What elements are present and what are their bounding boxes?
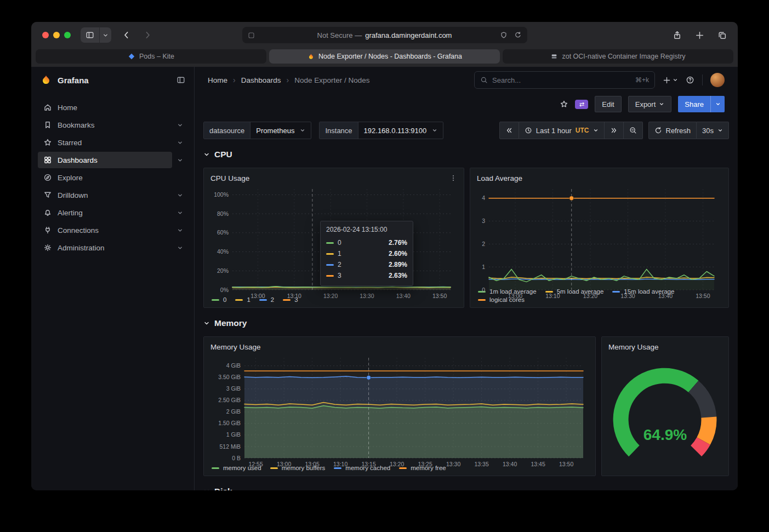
- header-right: ⌘+k: [474, 71, 725, 89]
- svg-text:13:30: 13:30: [446, 461, 460, 467]
- breadcrumb-item[interactable]: Node Exporter / Nodes: [294, 76, 369, 84]
- tab-overview-icon[interactable]: [717, 31, 727, 40]
- time-range-picker[interactable]: Last 1 hour UTC: [519, 122, 605, 139]
- svg-text:13:35: 13:35: [474, 461, 488, 467]
- svg-text:64.9%: 64.9%: [643, 426, 687, 443]
- close-window-button[interactable]: [42, 32, 49, 38]
- section-disk[interactable]: Disk: [203, 484, 729, 490]
- chevron-down-icon[interactable]: [172, 122, 187, 128]
- svg-text:13:30: 13:30: [360, 293, 374, 299]
- svg-text:13:40: 13:40: [503, 461, 517, 467]
- svg-text:2: 2: [482, 241, 485, 247]
- grafana-main: Home›Dashboards›Node Exporter / Nodes ⌘+…: [195, 67, 738, 490]
- new-menu-button[interactable]: [663, 76, 678, 84]
- chevron-down-icon[interactable]: [172, 157, 187, 163]
- memory-row: Memory Usage 0 B512 MiB1 GiB1.50 GiB2 Gi…: [203, 336, 729, 476]
- new-tab-icon[interactable]: [695, 31, 704, 40]
- dashboard-insights-icon[interactable]: ⇄: [575, 100, 588, 109]
- svg-text:100%: 100%: [214, 191, 229, 198]
- star-dashboard-icon[interactable]: [560, 100, 568, 108]
- search-box[interactable]: ⌘+k: [474, 71, 655, 89]
- sidebar-item-connections[interactable]: Connections: [38, 222, 172, 238]
- tab-favicon: [550, 53, 558, 60]
- history-navigation: [122, 31, 152, 39]
- svg-text:20%: 20%: [217, 267, 229, 274]
- sidebar-item-drilldown[interactable]: Drilldown: [38, 187, 172, 203]
- svg-text:13:30: 13:30: [620, 293, 635, 299]
- reload-icon[interactable]: [514, 31, 522, 39]
- browser-tab[interactable]: zot OCI-native Container Image Registry: [503, 49, 733, 64]
- zoom-out-time-button[interactable]: [624, 122, 643, 139]
- section-cpu[interactable]: CPU: [203, 147, 729, 162]
- grafana-logo-icon[interactable]: [40, 74, 52, 86]
- chevron-down-icon[interactable]: [172, 227, 187, 233]
- svg-text:13:20: 13:20: [390, 461, 404, 467]
- star-icon: [43, 138, 52, 147]
- search-input[interactable]: [492, 76, 631, 84]
- page-settings-icon[interactable]: [248, 32, 255, 39]
- browser-tab[interactable]: Pods – Kite: [36, 49, 266, 64]
- home-icon: [43, 103, 52, 112]
- chevron-down-icon[interactable]: [99, 27, 111, 43]
- nav-header: Grafana: [31, 67, 194, 93]
- svg-text:3 GiB: 3 GiB: [226, 385, 241, 392]
- load-average-chart[interactable]: 0123413:0013:1013:2013:3013:4013:50: [477, 185, 722, 286]
- section-memory[interactable]: Memory: [203, 316, 729, 331]
- share-options-button[interactable]: [710, 96, 725, 112]
- share-icon[interactable]: [673, 31, 682, 40]
- chevron-down-icon[interactable]: [172, 210, 187, 216]
- memory-usage-gauge[interactable]: 64.9%: [608, 353, 722, 471]
- search-shortcut: ⌘+k: [635, 76, 649, 84]
- nav-list: HomeBookmarksStarredDashboardsExploreDri…: [31, 93, 194, 262]
- panel-title: Memory Usage: [608, 343, 659, 351]
- refresh-interval-select[interactable]: 30s: [697, 122, 729, 139]
- sidebar-item-bookmarks[interactable]: Bookmarks: [38, 117, 172, 133]
- svg-text:13:20: 13:20: [323, 293, 338, 299]
- sidebar-item-home[interactable]: Home: [38, 99, 187, 116]
- export-button[interactable]: Export: [628, 96, 672, 112]
- help-icon[interactable]: [686, 76, 694, 84]
- breadcrumb-item[interactable]: Dashboards: [241, 76, 281, 84]
- zoom-window-button[interactable]: [64, 32, 71, 38]
- share-button[interactable]: Share: [678, 96, 710, 112]
- sidebar-item-label: Explore: [58, 174, 83, 182]
- sidebar-item-alerting[interactable]: Alerting: [38, 204, 172, 221]
- tab-favicon: [128, 53, 135, 60]
- svg-text:2 GiB: 2 GiB: [226, 408, 241, 415]
- chevron-down-icon[interactable]: [172, 140, 187, 146]
- memory-usage-chart[interactable]: 0 B512 MiB1 GiB1.50 GiB2 GiB2.50 GiB3 Gi…: [210, 353, 589, 462]
- panel-menu-icon[interactable]: [449, 174, 457, 182]
- panel-header: Load Average: [477, 171, 722, 185]
- sidebar-item-dashboards[interactable]: Dashboards: [38, 152, 172, 168]
- sidebar-toggle[interactable]: [81, 27, 111, 43]
- cpu-row: CPU Usage 0%20%40%60%80%100%13:0013:1013…: [203, 168, 729, 308]
- sidebar-item-administration[interactable]: Administration: [38, 239, 172, 256]
- dock-nav-icon[interactable]: [176, 76, 185, 84]
- time-shift-back-button[interactable]: [499, 122, 519, 139]
- grafana-app: Grafana HomeBookmarksStarredDashboardsEx…: [31, 67, 738, 490]
- datasource-select[interactable]: Prometheus: [250, 122, 311, 139]
- time-shift-forward-button[interactable]: [605, 122, 624, 139]
- panel-load-average: Load Average 0123413:0013:1013:2013:3013…: [470, 168, 729, 308]
- avatar[interactable]: [710, 73, 725, 87]
- edit-button[interactable]: Edit: [595, 96, 621, 112]
- chevron-down-icon[interactable]: [172, 192, 187, 198]
- minimize-window-button[interactable]: [53, 32, 60, 38]
- sidebar-item-explore[interactable]: Explore: [38, 169, 187, 186]
- privacy-shield-icon[interactable]: [500, 31, 508, 39]
- panel-cpu-usage: CPU Usage 0%20%40%60%80%100%13:0013:1013…: [203, 168, 464, 308]
- panel-title: Load Average: [477, 174, 522, 182]
- chevron-down-icon[interactable]: [172, 245, 187, 251]
- address-bar[interactable]: Not Secure — grafana.damingerdaint.com: [242, 27, 527, 43]
- sidebar-item-starred[interactable]: Starred: [38, 134, 172, 151]
- panel-title: CPU Usage: [210, 174, 249, 182]
- tab-favicon: [307, 53, 315, 60]
- breadcrumb-item[interactable]: Home: [208, 76, 227, 84]
- forward-button[interactable]: [143, 31, 152, 39]
- instance-select[interactable]: 192.168.0.113:9100: [358, 122, 443, 139]
- back-button[interactable]: [122, 31, 131, 39]
- nav-row: Drilldown: [38, 186, 187, 204]
- browser-tab[interactable]: Node Exporter / Nodes - Dashboards - Gra…: [269, 49, 500, 64]
- refresh-button[interactable]: Refresh: [648, 122, 697, 139]
- chevron-down-icon: [203, 151, 210, 158]
